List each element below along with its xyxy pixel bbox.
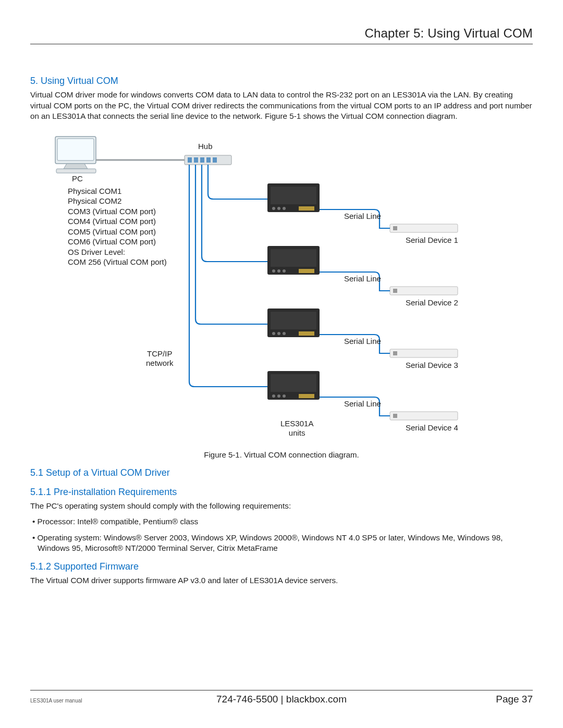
les-units-label: LES301A units [280,419,313,438]
svg-rect-10 [271,187,316,204]
requirements-list: Processor: Intel® compatible, Pentium® c… [30,516,533,554]
com-list-item: OS Driver Level: [68,247,167,257]
svg-point-25 [277,332,280,335]
svg-rect-8 [213,157,217,163]
svg-rect-38 [393,351,397,355]
svg-rect-17 [299,269,314,273]
svg-point-12 [272,207,275,210]
com-list-item: COM4 (Virtual COM port) [68,216,167,227]
svg-rect-1 [57,139,94,161]
chapter-header: Chapter 5: Using Virtual COM [30,26,533,44]
svg-rect-23 [299,331,314,336]
serial-line-label: Serial Line [344,337,381,346]
footer-contact: 724-746-5500 | blackbox.com [216,694,347,705]
svg-rect-28 [271,374,316,392]
requirement-item: Processor: Intel® compatible, Pentium® c… [30,516,533,527]
section-5-body: Virtual COM driver mode for windows conv… [30,90,533,122]
hub-label: Hub [198,142,213,151]
section-5-title: 5. Using Virtual COM [30,76,533,87]
com-list-item: Physical COM2 [68,196,167,206]
svg-rect-11 [299,206,314,211]
svg-rect-2 [56,169,96,173]
footer-manual-label: LES301A user manual [30,698,82,704]
com-list-item: COM3 (Virtual COM port) [68,206,167,217]
svg-rect-6 [200,157,204,163]
svg-rect-7 [206,157,211,163]
com-list-item: COM6 (Virtual COM port) [68,237,167,247]
svg-rect-33 [390,224,458,232]
serial-device-label: Serial Device 2 [406,298,458,307]
svg-rect-37 [390,349,458,357]
section-5-1-2-body: The Virtual COM driver supports firmware… [30,575,533,586]
svg-rect-34 [393,226,397,230]
svg-point-30 [272,394,275,398]
figure-caption: Figure 5-1. Virtual COM connection diagr… [30,450,533,459]
section-5-1-1-intro: The PC's operating system should comply … [30,501,533,512]
page-footer: LES301A user manual 724-746-5500 | black… [30,690,533,705]
svg-rect-36 [393,289,397,293]
requirement-item: Operating system: Windows® Server 2003, … [30,533,533,554]
com-list-item: COM 256 (Virtual COM port) [68,257,167,267]
section-5-1-title: 5.1 Setup of a Virtual COM Driver [30,467,533,478]
svg-point-14 [283,207,286,210]
com-port-list: Physical COM1 Physical COM2 COM3 (Virtua… [68,186,167,267]
svg-rect-35 [390,287,458,295]
svg-point-13 [277,207,280,210]
serial-device-label: Serial Device 1 [406,236,458,245]
tcpip-label: TCP/IP network [146,349,174,368]
section-5-1-1-title: 5.1.1 Pre-installation Requirements [30,487,533,498]
serial-line-label: Serial Line [344,212,381,221]
serial-device-label: Serial Device 4 [406,423,458,433]
serial-line-label: Serial Line [344,399,381,409]
svg-point-20 [283,269,286,273]
svg-point-18 [272,269,275,273]
svg-point-26 [283,332,286,335]
serial-device-label: Serial Device 3 [406,361,458,370]
svg-rect-16 [271,249,316,267]
com-list-item: COM5 (Virtual COM port) [68,227,167,237]
svg-rect-29 [299,394,314,398]
svg-point-24 [272,332,275,335]
pc-label: PC [72,174,83,183]
svg-rect-39 [390,412,458,420]
com-list-item: Physical COM1 [68,186,167,196]
svg-point-32 [283,394,286,398]
virtual-com-diagram: Hub PC Physical COM1 Physical COM2 COM3 … [30,131,533,439]
serial-line-label: Serial Line [344,274,381,283]
svg-rect-5 [194,157,198,163]
svg-point-19 [277,269,280,273]
section-5-1-2-title: 5.1.2 Supported Firmware [30,561,533,572]
svg-point-31 [277,394,280,398]
footer-page-number: Page 37 [496,694,533,705]
svg-rect-4 [188,157,192,163]
svg-rect-22 [271,312,316,329]
svg-rect-40 [393,414,397,418]
